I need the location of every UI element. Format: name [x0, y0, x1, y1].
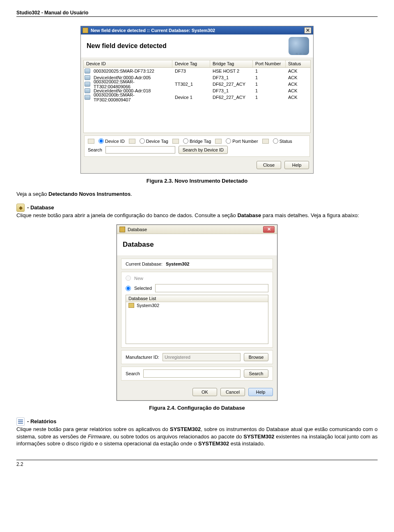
table-row[interactable]: 0003020025:SMAR-DF73:122 DF73 HSE HOST 2…: [84, 68, 310, 74]
radio-device-tag[interactable]: [140, 138, 145, 144]
paragraph-reports: Clique neste botão para gerar relatórios…: [16, 426, 378, 447]
device-dialog-banner-title: New field device detected: [87, 42, 167, 50]
server-icon: [85, 75, 90, 80]
server-icon: [85, 82, 90, 87]
search-by-id-button[interactable]: Search by Device ID: [179, 146, 228, 154]
close-icon[interactable]: ✕: [304, 27, 312, 34]
port-icon: [215, 139, 222, 144]
browse-button[interactable]: Browse: [244, 353, 268, 361]
radio-status[interactable]: [273, 138, 278, 144]
figure-caption-1: Figura 2.3. Novo Instrumento Detectado: [16, 178, 378, 184]
device-dialog-title: New field device detected :: Current Dat…: [91, 28, 215, 33]
db-search-input[interactable]: [143, 369, 241, 378]
current-db-value: System302: [166, 261, 190, 266]
section-database-title: - Database: [27, 204, 54, 211]
close-icon[interactable]: ✕: [263, 226, 275, 233]
database-icon: ◆: [16, 204, 25, 212]
db-search-button[interactable]: Search: [244, 369, 268, 378]
database-dialog-titlebar: Database ✕: [117, 225, 277, 234]
col-header-device-id[interactable]: Device ID: [84, 60, 172, 67]
database-dialog: Database ✕ Database Current Database: Sy…: [117, 225, 277, 401]
tag-icon: [129, 139, 135, 144]
manufacturer-label: Manufacturer ID:: [126, 355, 159, 360]
device-table: Device ID Device Tag Bridge Tag Port Num…: [83, 60, 311, 133]
radio-selected-label: Selected: [134, 286, 152, 291]
filter-panel: Device ID Device Tag Bridge Tag Port Num…: [84, 135, 310, 157]
database-banner-title: Database: [123, 241, 154, 249]
radio-new-label: New: [134, 276, 143, 281]
bridge-icon: [172, 139, 179, 144]
section-reports-title: - Relatórios: [27, 418, 57, 424]
database-dialog-title: Database: [128, 227, 147, 232]
window-icon: [119, 227, 125, 232]
help-button[interactable]: Help: [284, 161, 309, 169]
radio-bridge-tag[interactable]: [183, 138, 188, 144]
device-dialog-banner: New field device detected n e w: [81, 34, 313, 57]
search-label: Search: [126, 371, 140, 376]
page-header-title: Studio302 - Manual do Usuário: [16, 10, 378, 17]
manufacturer-input: [163, 353, 241, 361]
paragraph-veja: Veja a seção Detectando Novos Instrument…: [16, 190, 378, 198]
radio-device-id[interactable]: [98, 138, 104, 144]
figure-caption-2: Figura 2.4. Configuração do Database: [16, 405, 378, 411]
ok-button[interactable]: OK: [192, 388, 217, 396]
db-item-icon: [128, 303, 134, 308]
device-dialog-titlebar: New field device detected :: Current Dat…: [81, 26, 313, 34]
table-row[interactable]: 000302000b:SMAR-TP302:000809407 Device 1…: [84, 94, 310, 101]
paragraph-database: Clique neste botão para abrir a janela d…: [16, 212, 378, 219]
selected-db-input[interactable]: [155, 284, 268, 292]
radio-selected[interactable]: [126, 286, 131, 291]
search-label: Search: [88, 147, 102, 152]
report-icon: [16, 417, 25, 426]
radio-port[interactable]: [226, 138, 231, 144]
database-list-header: Database List: [126, 295, 268, 302]
current-db-label: Current Database:: [126, 261, 163, 266]
cancel-button[interactable]: Cancel: [220, 388, 245, 396]
database-list[interactable]: Database List System302: [126, 295, 268, 344]
table-row[interactable]: 0003020002:SMAR-TT302:004809066 TT302_1 …: [84, 81, 310, 87]
id-icon: [88, 139, 94, 144]
banner-sublabel: n e w: [296, 52, 307, 56]
col-header-bridge-tag[interactable]: Bridge Tag: [210, 60, 253, 67]
server-icon: [85, 95, 90, 100]
help-button[interactable]: Help: [248, 388, 273, 396]
list-item[interactable]: System302: [126, 302, 268, 309]
server-icon: [85, 69, 90, 73]
col-header-device-tag[interactable]: Device Tag: [172, 60, 210, 67]
server-icon: [85, 88, 90, 93]
close-button[interactable]: Close: [257, 161, 281, 169]
page-number: 2.2: [16, 460, 378, 467]
device-dialog: New field device detected :: Current Dat…: [80, 26, 314, 174]
radio-new[interactable]: [126, 275, 131, 281]
col-header-status[interactable]: Status: [286, 60, 309, 67]
search-input[interactable]: [105, 146, 175, 154]
status-icon: [262, 139, 269, 144]
col-header-port[interactable]: Port Number: [253, 60, 286, 67]
window-icon: [82, 28, 88, 33]
